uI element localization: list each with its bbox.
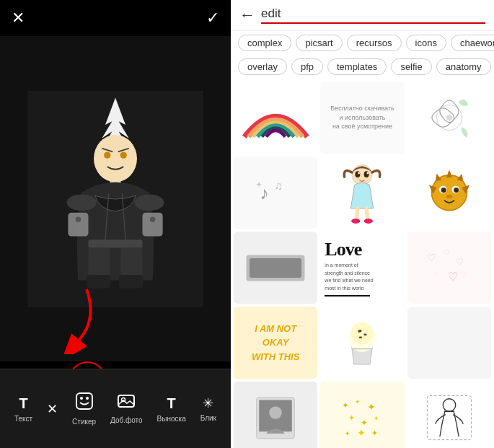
sticker-grid: Бесплатно скачиватьи использоватьна своё… bbox=[231, 79, 494, 448]
svg-rect-17 bbox=[87, 275, 111, 289]
sticker-cartoon-face[interactable] bbox=[407, 157, 491, 229]
svg-point-50 bbox=[454, 188, 459, 193]
sticker-rainbow[interactable] bbox=[234, 82, 317, 154]
svg-rect-18 bbox=[119, 275, 144, 289]
callout-icon: T bbox=[167, 395, 176, 412]
love-subtext: in a moment ofstrength and silencewe fin… bbox=[325, 262, 373, 292]
svg-text:✦: ✦ bbox=[355, 398, 361, 405]
tool-text-label: Текст bbox=[14, 415, 32, 423]
svg-point-13 bbox=[150, 216, 156, 222]
tag-chaewon[interactable]: chaewon bbox=[451, 35, 494, 51]
tag-anatomy[interactable]: anatomy bbox=[436, 58, 491, 75]
tag-icons[interactable]: icons bbox=[406, 35, 446, 51]
love-divider bbox=[325, 295, 370, 297]
tag-selfie[interactable]: selfie bbox=[391, 58, 431, 75]
svg-point-23 bbox=[80, 397, 83, 400]
sticker-photo-collage[interactable] bbox=[234, 382, 317, 448]
tags-row-1: complexpicsartrecursosiconschaewonamino bbox=[231, 31, 494, 55]
tag-pfp[interactable]: pfp bbox=[291, 58, 323, 75]
tag-overlay[interactable]: overlay bbox=[238, 58, 287, 75]
tool-add-photo[interactable]: Доб.фото bbox=[105, 389, 149, 429]
sticker-abstract-gray[interactable] bbox=[234, 232, 317, 304]
search-input[interactable] bbox=[261, 6, 485, 21]
svg-text:✦: ✦ bbox=[348, 413, 355, 422]
svg-text:♡: ♡ bbox=[427, 252, 436, 263]
tag-picsart[interactable]: picsart bbox=[296, 35, 342, 51]
close-button[interactable]: ✕ bbox=[12, 9, 25, 27]
sticker-floral[interactable] bbox=[407, 82, 491, 154]
svg-point-36 bbox=[367, 172, 369, 175]
sticker-music-notes[interactable]: ♪ ♫ ✦ bbox=[234, 157, 317, 229]
svg-text:♡: ♡ bbox=[433, 271, 439, 278]
svg-point-39 bbox=[352, 219, 361, 224]
svg-text:✦: ✦ bbox=[345, 430, 350, 437]
tool-add-photo-label: Доб.фото bbox=[110, 416, 143, 424]
close-small-icon: ✕ bbox=[47, 401, 58, 417]
svg-rect-14 bbox=[89, 240, 143, 247]
svg-rect-22 bbox=[76, 393, 92, 409]
tag-templates[interactable]: templates bbox=[327, 58, 387, 75]
svg-point-3 bbox=[104, 151, 110, 158]
sticker-hearts[interactable]: ♡ ♡ ♡ ♡ ♡ ♡ bbox=[407, 232, 491, 304]
sticker-icecream[interactable] bbox=[320, 307, 404, 379]
svg-text:♡: ♡ bbox=[461, 271, 467, 278]
sticker-love-text[interactable]: Love in a moment ofstrength and silencew… bbox=[320, 232, 404, 304]
tool-glitter-label: Блик bbox=[200, 414, 216, 422]
confirm-button[interactable]: ✓ bbox=[206, 9, 219, 27]
svg-point-2 bbox=[94, 134, 137, 182]
tag-complex[interactable]: complex bbox=[238, 35, 291, 51]
tags-row-2: overlaypfptemplatesselfieanatomycyberyo bbox=[231, 55, 494, 79]
search-input-wrap bbox=[261, 6, 485, 24]
tool-close[interactable]: ✕ bbox=[41, 397, 63, 421]
sticker-placeholder[interactable] bbox=[407, 307, 491, 379]
svg-point-34 bbox=[364, 171, 369, 177]
text-icon: T bbox=[19, 395, 27, 412]
svg-point-4 bbox=[120, 151, 127, 158]
tool-text[interactable]: T Текст bbox=[9, 391, 38, 427]
love-heading: Love bbox=[325, 239, 361, 260]
svg-point-9 bbox=[134, 194, 164, 211]
search-bar: ← bbox=[231, 0, 494, 31]
tool-sticker-label: Стикер bbox=[72, 418, 96, 426]
iam-not-text: I AM NOTOKAYWITH THIS bbox=[252, 322, 299, 364]
left-panel: ✕ ✓ bbox=[0, 0, 231, 448]
svg-point-40 bbox=[364, 219, 373, 224]
svg-rect-78 bbox=[427, 395, 471, 439]
svg-point-51 bbox=[446, 195, 452, 198]
tool-callout[interactable]: T Выноска bbox=[151, 391, 192, 427]
image-area bbox=[0, 36, 231, 361]
back-button[interactable]: ← bbox=[239, 6, 255, 25]
svg-point-24 bbox=[86, 397, 89, 400]
sticker-anime-girl[interactable] bbox=[320, 157, 404, 229]
tool-callout-label: Выноска bbox=[157, 415, 186, 423]
add-photo-icon bbox=[118, 393, 135, 413]
svg-rect-11 bbox=[143, 212, 163, 236]
tag-recursos[interactable]: recursos bbox=[347, 35, 402, 51]
svg-rect-10 bbox=[68, 212, 88, 236]
svg-point-61 bbox=[351, 322, 374, 345]
svg-text:✦: ✦ bbox=[255, 180, 263, 190]
svg-point-77 bbox=[443, 399, 456, 412]
svg-text:✦: ✦ bbox=[361, 418, 369, 428]
sticker-sparkles[interactable]: ✦ ✦ ✦ ✦ ✦ ✦ ✦ ✦ ✦ bbox=[320, 382, 404, 448]
sticker-lineart[interactable] bbox=[407, 382, 491, 448]
svg-text:✦: ✦ bbox=[357, 427, 366, 439]
svg-point-35 bbox=[358, 172, 361, 175]
svg-text:♡: ♡ bbox=[456, 257, 464, 267]
svg-point-67 bbox=[269, 406, 282, 419]
top-bar: ✕ ✓ bbox=[0, 0, 231, 36]
svg-rect-64 bbox=[359, 336, 362, 338]
sticker-iam-not[interactable]: I AM NOTOKAYWITH THIS bbox=[234, 307, 317, 379]
text-snippet-content: Бесплатно скачиватьи использоватьна своё… bbox=[330, 104, 394, 131]
svg-point-49 bbox=[441, 188, 446, 193]
bottom-toolbar: T Текст ✕ Стикер bbox=[0, 369, 231, 448]
svg-point-33 bbox=[356, 171, 361, 177]
svg-text:♫: ♫ bbox=[274, 180, 283, 192]
svg-rect-53 bbox=[250, 258, 301, 278]
tool-glitter[interactable]: ✳ Блик bbox=[195, 391, 222, 426]
svg-text:✦: ✦ bbox=[374, 415, 379, 422]
svg-marker-42 bbox=[446, 170, 452, 178]
tool-sticker[interactable]: Стикер bbox=[66, 387, 102, 430]
glitter-icon: ✳ bbox=[203, 395, 213, 411]
sticker-text-snippet[interactable]: Бесплатно скачиватьи использоватьна своё… bbox=[320, 82, 404, 154]
